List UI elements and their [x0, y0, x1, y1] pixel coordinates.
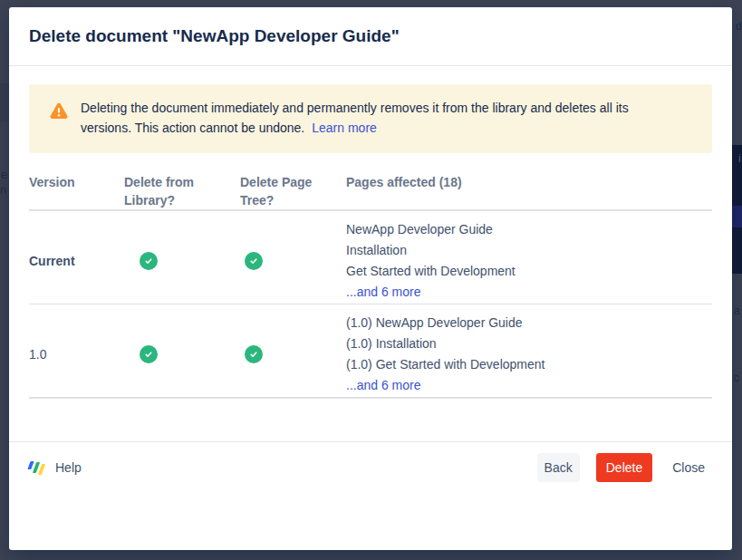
show-more-pages-link[interactable]: ...and 6 more: [346, 378, 421, 392]
column-header-delete-page-tree: Delete Page Tree?: [240, 173, 323, 209]
table-row: Current NewApp Developer Guide Installat…: [29, 211, 712, 304]
check-icon: [245, 345, 263, 363]
column-header-version: Version: [29, 173, 124, 209]
dialog-header: Delete document "NewApp Developer Guide": [9, 7, 732, 66]
dimmed-text-fragment: c: [734, 372, 740, 384]
delete-document-dialog: Delete document "NewApp Developer Guide"…: [9, 7, 732, 550]
column-header-pages-affected: Pages affected (18): [346, 173, 712, 209]
column-header-delete-from-library: Delete from Library?: [124, 173, 207, 209]
k15t-logo-icon: [29, 460, 47, 475]
dimmed-text-fragment: d: [736, 20, 742, 33]
warning-banner: Deleting the document immediately and pe…: [29, 84, 712, 153]
check-icon: [140, 252, 158, 270]
page-item: (1.0) Get Started with Development: [346, 354, 712, 375]
help-label: Help: [55, 460, 82, 475]
page-item: Get Started with Development: [346, 261, 712, 282]
check-icon: [245, 252, 263, 270]
dialog-footer: Help Back Delete Close: [9, 441, 732, 550]
screen: e n o d i a c Delete document "NewApp De…: [0, 0, 742, 560]
version-label: Current: [29, 254, 124, 268]
page-item: NewApp Developer Guide: [346, 219, 712, 240]
dimmed-sidebar-selected-item: [732, 206, 742, 227]
dimmed-text-fragment: i: [738, 152, 741, 165]
version-label: 1.0: [29, 347, 124, 362]
warning-message: Deleting the document immediately and pe…: [81, 98, 671, 138]
dimmed-text-fragment: e: [1, 169, 7, 181]
help-button[interactable]: Help: [29, 453, 82, 482]
learn-more-link[interactable]: Learn more: [312, 121, 377, 135]
delete-button[interactable]: Delete: [596, 453, 652, 482]
page-item: Installation: [346, 240, 712, 261]
dialog-body: Deleting the document immediately and pe…: [9, 66, 732, 399]
warning-icon: [49, 101, 69, 121]
pages-affected-list: NewApp Developer Guide Installation Get …: [346, 219, 712, 303]
table-row: 1.0 (1.0) NewApp Developer Guide (1.0) I…: [29, 304, 712, 399]
table-header-row: Version Delete from Library? Delete Page…: [29, 173, 712, 211]
dimmed-page-left-block: [0, 83, 9, 121]
check-icon: [140, 345, 158, 363]
versions-table: Version Delete from Library? Delete Page…: [29, 173, 712, 399]
show-more-pages-link[interactable]: ...and 6 more: [346, 285, 421, 299]
dialog-title: Delete document "NewApp Developer Guide": [29, 26, 400, 46]
dimmed-text-fragment: a: [734, 304, 740, 317]
page-item: (1.0) Installation: [346, 333, 712, 354]
pages-affected-list: (1.0) NewApp Developer Guide (1.0) Insta…: [346, 313, 712, 396]
page-item: (1.0) NewApp Developer Guide: [346, 313, 712, 333]
close-button[interactable]: Close: [672, 453, 705, 482]
back-button[interactable]: Back: [537, 453, 580, 482]
